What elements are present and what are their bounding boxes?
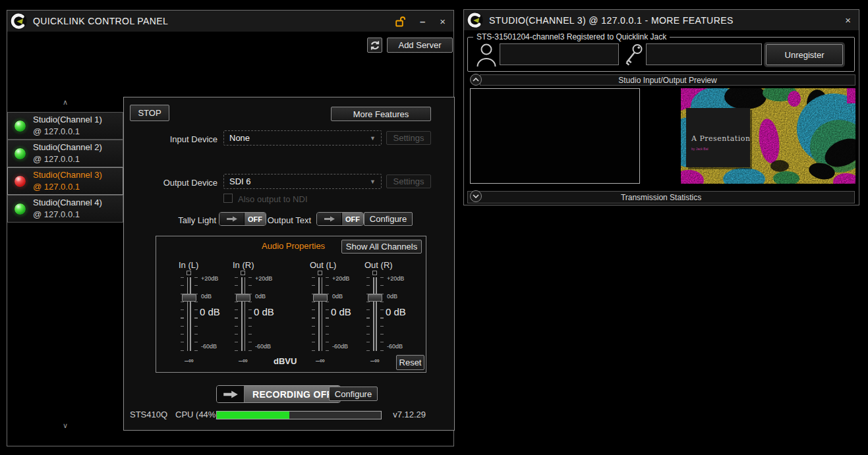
status-led-green-icon <box>14 147 26 160</box>
tally-light-state: OFF <box>245 213 266 225</box>
output-device-label: Output Device <box>144 178 217 188</box>
meter-readout: –∞ <box>311 356 330 364</box>
ndi-output-checkbox[interactable] <box>223 194 233 203</box>
cpu-progress-bar <box>216 411 382 419</box>
meter-readout: –∞ <box>180 356 198 364</box>
scale-bottom-label: -60dB <box>332 343 348 350</box>
tally-light-label: Tally Light <box>160 215 216 225</box>
scale-top-label: +20dB <box>387 275 404 282</box>
audio-strip-checkbox[interactable] <box>187 271 191 275</box>
stop-button[interactable]: STOP <box>130 105 169 121</box>
audio-strip-checkbox[interactable] <box>241 271 245 275</box>
user-icon <box>476 42 497 70</box>
output-settings-button[interactable]: Settings <box>386 174 431 188</box>
channel-item-2[interactable]: Studio(Channel 2)@ 127.0.0.1 <box>7 140 123 167</box>
scale-bottom-label: -60dB <box>255 343 271 350</box>
audio-properties-panel: Audio Properties Show All Channels In (L… <box>156 236 426 373</box>
audio-strip-label: Out (R) <box>364 260 419 270</box>
input-settings-button[interactable]: Settings <box>386 131 431 145</box>
registration-group: STS-31501204-channel3 Registered to Quic… <box>467 37 855 72</box>
control-panel-titlebar[interactable]: QUICKLINK CONTROL PANEL – × <box>7 11 453 32</box>
volume-slider-track[interactable] <box>241 277 245 351</box>
gain-value: 0 dB <box>254 306 274 317</box>
slider-ticks <box>194 277 198 351</box>
channel-name: Studio(Channel 4) <box>33 197 102 209</box>
slide-subtitle: by Jack Bal <box>691 147 709 151</box>
slider-ticks <box>312 277 315 351</box>
unregister-button[interactable]: Unregister <box>766 44 843 65</box>
slider-ticks <box>181 277 184 351</box>
audio-strip-checkbox[interactable] <box>372 271 377 275</box>
volume-slider-track[interactable] <box>318 277 322 351</box>
ndi-output-label: Also output to NDI <box>238 194 308 204</box>
input-device-label: Input Device <box>144 134 217 144</box>
channel-scroll-up[interactable]: ∧ <box>7 98 123 107</box>
meter-readout: –∞ <box>234 356 252 364</box>
recording-state-label: RECORDING OFF <box>245 386 340 402</box>
status-led-green-icon <box>14 203 26 215</box>
expand-stats-button[interactable] <box>470 190 482 202</box>
audio-strip-out-right: Out (R) +20dB 0dB 0 dB -60dB –∞ <box>363 260 419 368</box>
audio-strip-checkbox[interactable] <box>318 271 322 275</box>
recording-arrow-icon <box>217 386 245 402</box>
output-device-dropdown[interactable]: SDI 6 ▼ <box>223 174 382 189</box>
status-led-green-icon <box>14 120 26 132</box>
add-server-button[interactable]: Add Server <box>387 38 453 53</box>
close-button[interactable]: × <box>440 16 446 26</box>
preview-section-header: Studio Input/Output Preview <box>480 74 855 86</box>
gain-value: 0 dB <box>331 306 351 317</box>
recording-configure-button[interactable]: Configure <box>329 387 378 401</box>
status-led-red-icon <box>14 175 26 188</box>
volume-slider-track[interactable] <box>187 277 191 351</box>
channel-name: Studio(Channel 1) <box>33 114 102 126</box>
audio-strip-in-right: In (R) +20dB 0dB 0 dB -60dB –∞ <box>231 260 287 368</box>
more-features-button[interactable]: More Features <box>331 107 431 121</box>
scale-bottom-label: -60dB <box>387 343 403 350</box>
username-input[interactable] <box>500 43 619 65</box>
stats-header-text: Transmission Statistics <box>621 193 701 202</box>
input-device-value: None <box>229 133 250 143</box>
channel-scroll-down[interactable]: ∨ <box>7 421 123 430</box>
chevron-down-icon: ▼ <box>370 135 376 142</box>
slider-ticks <box>248 277 252 351</box>
refresh-button[interactable] <box>367 38 382 53</box>
input-device-dropdown[interactable]: None ▼ <box>223 130 382 146</box>
chevron-down-icon <box>473 194 479 198</box>
slider-ticks <box>380 277 384 351</box>
output-text-toggle[interactable]: OFF <box>316 212 364 226</box>
recording-toggle[interactable]: RECORDING OFF <box>216 385 341 403</box>
gain-value: 0 dB <box>200 306 220 317</box>
slide-title: A Presentation <box>691 134 750 143</box>
input-preview-video <box>470 88 640 184</box>
chevron-down-icon: ▼ <box>370 178 376 185</box>
audio-strip-label: Out (L) <box>310 260 364 270</box>
audio-strip-label: In (R) <box>233 260 287 270</box>
cpu-bar-fill <box>217 412 289 419</box>
output-text-configure-button[interactable]: Configure <box>364 212 413 226</box>
registration-key-input[interactable] <box>646 43 762 65</box>
scale-mid-label: 0dB <box>201 293 212 300</box>
channel-address: @ 127.0.0.1 <box>33 126 102 138</box>
desktop-background: { "colors": { "accent_orange": "#ef8b16"… <box>0 0 868 455</box>
reset-button[interactable]: Reset <box>396 355 424 370</box>
channel-item-1[interactable]: Studio(Channel 1)@ 127.0.0.1 <box>7 112 123 140</box>
unlock-icon[interactable] <box>395 16 405 27</box>
minimize-button[interactable]: – <box>420 16 425 26</box>
toggle-arrow-icon <box>317 213 342 225</box>
show-all-channels-button[interactable]: Show All Channels <box>341 240 422 254</box>
collapse-preview-button[interactable] <box>470 74 482 86</box>
tally-light-toggle[interactable]: OFF <box>219 212 266 226</box>
refresh-icon <box>370 40 380 51</box>
channel-item-3-selected[interactable]: Studio(Channel 3)@ 127.0.0.1 <box>7 167 123 195</box>
model-label: STS410Q <box>130 410 167 419</box>
meter-readout: –∞ <box>366 356 384 364</box>
control-panel-title: QUICKLINK CONTROL PANEL <box>33 16 168 26</box>
close-button[interactable]: × <box>845 15 851 25</box>
scale-bottom-label: -60dB <box>201 343 217 350</box>
channel-item-4[interactable]: Studio(Channel 4)@ 127.0.0.1 <box>7 195 123 223</box>
slider-ticks <box>366 277 370 351</box>
volume-slider-track[interactable] <box>373 277 377 351</box>
more-features-titlebar[interactable]: STUDIO(CHANNEL 3) @ 127.0.0.1 - MORE FEA… <box>464 10 859 31</box>
output-device-value: SDI 6 <box>229 176 251 186</box>
slider-ticks <box>235 277 238 351</box>
